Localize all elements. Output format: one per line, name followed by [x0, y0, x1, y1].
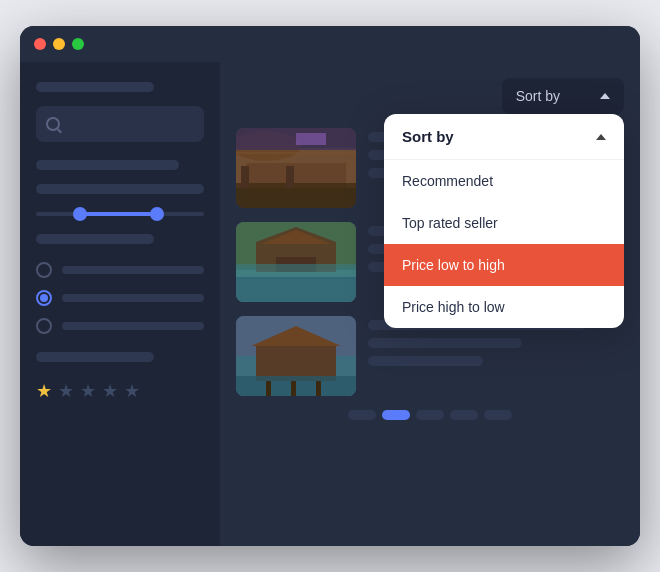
pagination — [236, 410, 624, 420]
sidebar-logo-bar — [36, 82, 154, 92]
chevron-up-icon — [600, 93, 610, 99]
listing-image-1 — [236, 128, 356, 208]
svg-rect-7 — [286, 166, 294, 188]
sort-trigger[interactable]: Sort by — [502, 78, 624, 114]
page-dot-5[interactable] — [484, 410, 512, 420]
price-slider[interactable] — [36, 208, 204, 220]
radio-item-1[interactable] — [36, 262, 204, 278]
star-4[interactable]: ★ — [102, 380, 118, 402]
listing-item-3[interactable] — [236, 316, 624, 396]
radio-circle-1[interactable] — [36, 262, 52, 278]
dropdown-chevron-icon — [596, 134, 606, 140]
browser-window: ★ ★ ★ ★ ★ Sort by — [20, 26, 640, 546]
sidebar-rating-bar — [36, 352, 154, 362]
search-icon — [46, 117, 60, 131]
sidebar-filter-bar-3 — [36, 234, 154, 244]
dropdown-header: Sort by — [384, 114, 624, 160]
radio-group — [36, 258, 204, 338]
app-body: ★ ★ ★ ★ ★ Sort by — [20, 62, 640, 546]
sidebar: ★ ★ ★ ★ ★ — [20, 62, 220, 546]
close-button[interactable] — [34, 38, 46, 50]
svg-rect-26 — [316, 381, 321, 396]
radio-circle-2[interactable] — [36, 290, 52, 306]
radio-circle-3[interactable] — [36, 318, 52, 334]
dropdown-option-recommended[interactable]: Recommendet — [384, 160, 624, 202]
sidebar-filter-bar-1 — [36, 160, 179, 170]
svg-rect-17 — [236, 277, 356, 302]
radio-label-3 — [62, 322, 204, 330]
dropdown-option-top-rated[interactable]: Top rated seller — [384, 202, 624, 244]
star-3[interactable]: ★ — [80, 380, 96, 402]
listing-image-3 — [236, 316, 356, 396]
star-5[interactable]: ★ — [124, 380, 140, 402]
content-header: Sort by — [236, 78, 624, 114]
sidebar-filter-bar-2 — [36, 184, 204, 194]
radio-item-3[interactable] — [36, 318, 204, 334]
svg-rect-16 — [236, 264, 356, 279]
sort-label: Sort by — [516, 88, 560, 104]
radio-item-2[interactable] — [36, 290, 204, 306]
svg-rect-21 — [256, 346, 336, 381]
slider-thumb-right[interactable] — [150, 207, 164, 221]
star-1[interactable]: ★ — [36, 380, 52, 402]
svg-rect-24 — [266, 381, 271, 396]
titlebar — [20, 26, 640, 62]
maximize-button[interactable] — [72, 38, 84, 50]
svg-rect-6 — [241, 166, 249, 188]
minimize-button[interactable] — [53, 38, 65, 50]
main-content: Sort by — [220, 62, 640, 546]
star-rating[interactable]: ★ ★ ★ ★ ★ — [36, 380, 204, 402]
svg-rect-25 — [291, 381, 296, 396]
dropdown-title: Sort by — [402, 128, 454, 145]
slider-track — [36, 212, 204, 216]
radio-label-1 — [62, 266, 204, 274]
page-dot-2[interactable] — [382, 410, 410, 420]
search-box[interactable] — [36, 106, 204, 142]
dropdown-option-price-high[interactable]: Price high to low — [384, 286, 624, 328]
sort-dropdown: Sort by Recommendet Top rated seller Pri… — [384, 114, 624, 328]
listing-sub-bar-3 — [368, 338, 522, 348]
svg-rect-4 — [236, 183, 356, 208]
slider-fill — [78, 212, 154, 216]
page-dot-4[interactable] — [450, 410, 478, 420]
page-dot-1[interactable] — [348, 410, 376, 420]
page-dot-3[interactable] — [416, 410, 444, 420]
listing-image-2 — [236, 222, 356, 302]
svg-rect-9 — [296, 133, 326, 145]
star-2[interactable]: ★ — [58, 380, 74, 402]
dropdown-option-price-low[interactable]: Price low to high — [384, 244, 624, 286]
radio-label-2 — [62, 294, 204, 302]
slider-thumb-left[interactable] — [73, 207, 87, 221]
listing-price-bar-3 — [368, 356, 483, 366]
